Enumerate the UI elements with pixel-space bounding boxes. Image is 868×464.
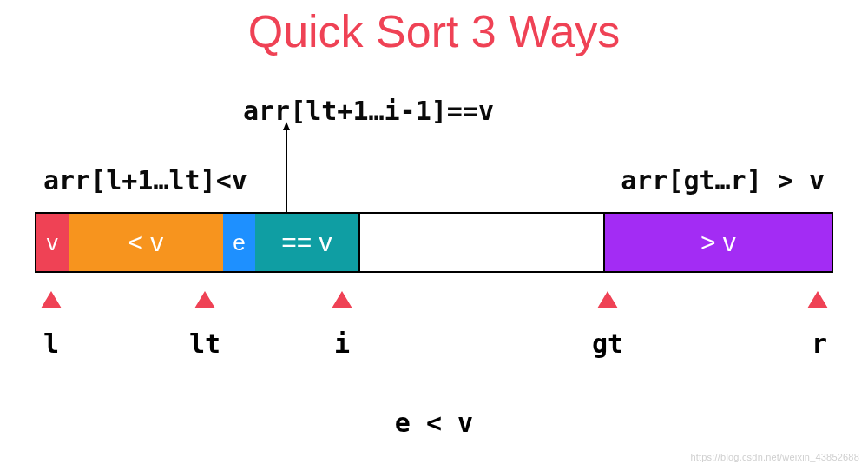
annotation-less-region: arr[l+1…lt]<v — [43, 165, 247, 196]
array-bar: v < v e == v > v — [35, 212, 833, 273]
segment-unseen — [358, 214, 605, 271]
arrow-up-icon — [286, 129, 287, 212]
segment-equal: == v — [255, 214, 358, 271]
pointer-r-icon — [807, 291, 828, 308]
pointer-gt-icon — [597, 291, 618, 308]
pointer-lt-icon — [194, 291, 215, 308]
watermark: https://blog.csdn.net/weixin_43852688 — [690, 452, 859, 462]
pointer-l-icon — [41, 291, 62, 308]
condition-label: e < v — [0, 408, 868, 438]
segment-current: e — [223, 214, 255, 271]
annotation-equal-region: arr[lt+1…i-1]==v — [243, 96, 494, 126]
pointer-gt-label: gt — [592, 328, 623, 359]
annotation-greater-region: arr[gt…r] > v — [621, 165, 825, 196]
pointer-r-label: r — [812, 328, 827, 359]
segment-greater: > v — [605, 214, 832, 271]
pointer-l-label: l — [43, 328, 59, 359]
pointer-i-label: i — [334, 328, 350, 359]
segment-pivot: v — [36, 214, 69, 271]
page-title: Quick Sort 3 Ways — [0, 5, 868, 57]
pointer-lt-label: lt — [189, 328, 220, 359]
segment-less: < v — [69, 214, 224, 271]
pointer-i-icon — [332, 291, 352, 308]
